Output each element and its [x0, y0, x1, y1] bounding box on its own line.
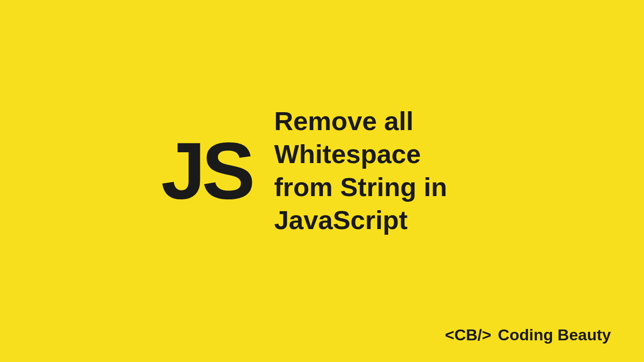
footer: <CB/> Coding Beauty: [445, 326, 611, 344]
brand-name: Coding Beauty: [498, 326, 611, 344]
main-content: JS Remove all Whitespace from String in …: [161, 105, 483, 237]
title-line-2: from String in JavaScript: [274, 171, 483, 237]
title-line-1: Remove all Whitespace: [274, 105, 483, 171]
js-badge: JS: [161, 131, 252, 211]
article-title: Remove all Whitespace from String in Jav…: [274, 105, 483, 237]
brand-logo-tag: <CB/>: [445, 326, 491, 344]
